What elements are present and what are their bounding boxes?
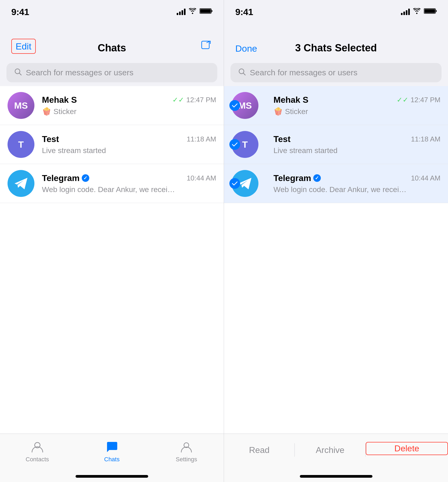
- edit-button[interactable]: Edit: [11, 39, 36, 54]
- right-nav-bar: Done 3 Chats Selected: [224, 24, 448, 59]
- tab-contacts-label: Contacts: [26, 456, 49, 463]
- left-chat-item-test[interactable]: T Test 11:18 AM Live stream started: [0, 125, 224, 164]
- home-indicator: [76, 475, 148, 478]
- right-chat-name-test: Test: [273, 134, 290, 144]
- left-avatar-mehak: MS: [8, 92, 34, 119]
- search-icon: [14, 68, 22, 78]
- left-chat-time-telegram: 10:44 AM: [187, 174, 216, 182]
- wifi-icon: [189, 8, 196, 16]
- left-nav-title: Chats: [98, 42, 126, 54]
- tab-settings[interactable]: Settings: [149, 439, 224, 463]
- svg-rect-8: [436, 10, 437, 12]
- left-status-icons: [177, 8, 212, 16]
- contacts-icon: [30, 439, 45, 454]
- right-chat-item-telegram[interactable]: Telegram ✓ 10:44 AM Web login code. Dear…: [224, 164, 448, 203]
- right-chat-item-test[interactable]: T Test 11:18 AM Live stream started: [224, 125, 448, 164]
- right-double-check-icon: ✓✓: [397, 96, 408, 104]
- right-chat-content-mehak: Mehak S ✓✓ 12:47 PM 🍿 Sticker: [273, 95, 440, 116]
- compose-button[interactable]: [200, 39, 212, 54]
- right-chat-preview-telegram: Web login code. Dear Ankur, we received …: [273, 185, 408, 194]
- double-check-icon: ✓✓: [172, 96, 184, 104]
- left-chat-time-mehak: ✓✓ 12:47 PM: [172, 96, 216, 104]
- svg-rect-2: [200, 9, 211, 13]
- right-nav-title: 3 Chats Selected: [295, 42, 377, 54]
- svg-rect-9: [424, 9, 435, 13]
- right-chat-list: MS Mehak S ✓✓ 12:47 PM 🍿 Sticker: [224, 86, 448, 434]
- chats-icon: [104, 439, 119, 454]
- settings-icon: [179, 439, 194, 454]
- right-chat-time-test: 11:18 AM: [411, 135, 440, 143]
- verified-icon: ✓: [82, 174, 89, 182]
- right-chat-content-test: Test 11:18 AM Live stream started: [273, 134, 440, 155]
- right-chat-preview-test: Live stream started: [273, 146, 408, 155]
- right-wifi-icon: [413, 8, 421, 16]
- right-chat-name-mehak: Mehak S: [273, 95, 308, 105]
- tab-chats-label: Chats: [104, 456, 119, 463]
- left-chat-top-telegram: Telegram ✓ 10:44 AM: [42, 173, 216, 183]
- battery-icon: [200, 8, 212, 16]
- left-chat-content-telegram: Telegram ✓ 10:44 AM Web login code. Dear…: [42, 173, 216, 194]
- right-action-bar: Read Archive Delete: [224, 434, 448, 482]
- left-chat-time-test: 11:18 AM: [187, 135, 216, 143]
- left-chat-preview-telegram: Web login code. Dear Ankur, we received …: [42, 185, 176, 194]
- right-chat-time-mehak: ✓✓ 12:47 PM: [397, 96, 440, 104]
- read-button[interactable]: Read: [224, 442, 294, 458]
- right-home-indicator: [300, 475, 372, 478]
- tab-chats[interactable]: Chats: [74, 439, 149, 463]
- signal-icon: [177, 9, 186, 15]
- left-chat-preview-mehak: 🍿 Sticker: [42, 107, 176, 116]
- right-signal-icon: [401, 9, 410, 15]
- right-search-icon: [238, 68, 246, 78]
- left-nav-bar: Edit Chats: [0, 24, 224, 59]
- left-chat-list: MS Mehak S ✓✓ 12:47 PM 🍿 Sticker T Test …: [0, 86, 224, 434]
- left-status-time: 9:41: [11, 7, 29, 17]
- tab-settings-label: Settings: [176, 456, 197, 463]
- left-search-wrap: Search for messages or users: [0, 59, 224, 86]
- left-tab-bar: Contacts Chats Settings: [0, 434, 224, 482]
- delete-button[interactable]: Delete: [366, 442, 448, 455]
- right-search-wrap: Search for messages or users: [224, 59, 448, 86]
- right-search-bar[interactable]: Search for messages or users: [230, 63, 442, 82]
- left-chat-item-telegram[interactable]: Telegram ✓ 10:44 AM Web login code. Dear…: [0, 164, 224, 203]
- left-status-bar: 9:41: [0, 0, 224, 24]
- left-chat-top-mehak: Mehak S ✓✓ 12:47 PM: [42, 95, 216, 105]
- left-chat-name-test: Test: [42, 134, 59, 144]
- right-chat-content-telegram: Telegram ✓ 10:44 AM Web login code. Dear…: [273, 173, 440, 194]
- right-search-placeholder: Search for messages or users: [250, 68, 357, 77]
- left-chat-preview-test: Live stream started: [42, 146, 176, 155]
- left-search-bar[interactable]: Search for messages or users: [6, 63, 217, 82]
- right-chat-preview-mehak: 🍿 Sticker: [273, 107, 408, 116]
- right-status-bar: 9:41: [224, 0, 448, 24]
- right-battery-icon: [424, 8, 437, 16]
- left-panel: 9:41 Edit Chats: [0, 0, 224, 482]
- left-avatar-test: T: [8, 131, 34, 158]
- right-status-icons: [401, 8, 437, 16]
- left-chat-top-test: Test 11:18 AM: [42, 134, 216, 144]
- right-verified-icon: ✓: [313, 174, 321, 182]
- right-status-time: 9:41: [235, 7, 253, 17]
- done-button[interactable]: Done: [235, 43, 257, 54]
- right-chat-item-mehak[interactable]: MS Mehak S ✓✓ 12:47 PM 🍿 Sticker: [224, 86, 448, 125]
- left-chat-name-telegram: Telegram ✓: [42, 173, 89, 183]
- svg-rect-1: [211, 10, 212, 12]
- left-chat-item-mehak[interactable]: MS Mehak S ✓✓ 12:47 PM 🍿 Sticker: [0, 86, 224, 125]
- right-panel: 9:41 Done 3 Chats Selected: [224, 0, 448, 482]
- archive-button[interactable]: Archive: [295, 442, 365, 458]
- left-avatar-telegram: [8, 170, 34, 197]
- tab-contacts[interactable]: Contacts: [0, 439, 74, 463]
- right-chat-name-telegram: Telegram ✓: [273, 173, 321, 183]
- left-chat-name-mehak: Mehak S: [42, 95, 77, 105]
- left-search-placeholder: Search for messages or users: [26, 68, 133, 77]
- right-chat-time-telegram: 10:44 AM: [411, 174, 440, 182]
- left-chat-content-mehak: Mehak S ✓✓ 12:47 PM 🍿 Sticker: [42, 95, 216, 116]
- left-chat-content-test: Test 11:18 AM Live stream started: [42, 134, 216, 155]
